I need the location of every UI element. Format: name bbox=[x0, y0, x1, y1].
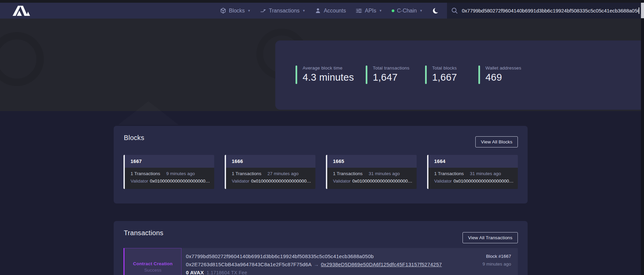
nav-label-accounts: Accounts bbox=[324, 8, 346, 14]
validator-label: Validator bbox=[232, 178, 249, 184]
validator-address-link[interactable]: 0x01000000000000000000000000000000000000… bbox=[150, 178, 211, 184]
hero-banner: Average block time 4.3 minutes Total tra… bbox=[0, 19, 641, 111]
validator-address-link[interactable]: 0x01000000000000000000000000000000000000… bbox=[251, 178, 312, 184]
stats-row: Average block time 4.3 minutes Total tra… bbox=[296, 65, 521, 84]
block-card-accent-bar bbox=[427, 155, 428, 189]
stat-value: 469 bbox=[485, 72, 521, 83]
block-number-link[interactable]: 1664 bbox=[434, 159, 445, 164]
page-scrollbar-thumb[interactable] bbox=[641, 3, 644, 18]
validator-label: Validator bbox=[333, 178, 351, 184]
stat-label: Total transactions bbox=[373, 65, 410, 71]
block-number-link[interactable]: 1666 bbox=[232, 159, 243, 164]
transaction-amount: 0 AVAX bbox=[186, 270, 204, 275]
stat-label: Average block time bbox=[303, 65, 354, 71]
transaction-details: 0x7799bd580272f9604140b6991d3bb6c19924bf… bbox=[181, 248, 442, 275]
blocks-grid: 1667 1 Transactions 9 minutes ago Valida… bbox=[123, 155, 518, 189]
search-input[interactable] bbox=[447, 3, 641, 19]
stat-value: 1,667 bbox=[432, 72, 457, 83]
search-bar bbox=[447, 3, 641, 19]
transaction-type-cell: Contract Creation Success bbox=[123, 248, 181, 275]
nav-item-transactions[interactable]: Transactions ▾ bbox=[260, 8, 305, 14]
swap-arrows-icon bbox=[260, 8, 266, 14]
transaction-age: 9 minutes ago bbox=[482, 262, 511, 267]
block-card: 1667 1 Transactions 9 minutes ago Valida… bbox=[123, 155, 214, 189]
nav-label-apis: APIs bbox=[365, 8, 376, 14]
block-card: 1665 1 Transactions 31 minutes ago Valid… bbox=[326, 155, 417, 189]
avalanche-logo[interactable] bbox=[12, 6, 31, 16]
dark-mode-moon-icon[interactable] bbox=[432, 7, 440, 15]
stat-value: 4.3 minutes bbox=[303, 72, 354, 83]
nav-item-blocks[interactable]: Blocks ▾ bbox=[220, 8, 250, 14]
stat-value: 1,647 bbox=[373, 72, 410, 83]
text-caret bbox=[639, 7, 639, 14]
block-age: 31 minutes ago bbox=[369, 171, 400, 176]
block-card: 1666 1 Transactions 27 minutes ago Valid… bbox=[225, 155, 315, 189]
block-tx-count: 1 Transactions bbox=[131, 171, 160, 176]
stats-panel: Average block time 4.3 minutes Total tra… bbox=[275, 40, 641, 110]
transactions-section: Transactions View All Transactions Contr… bbox=[114, 221, 528, 275]
transaction-block-link[interactable]: Block #1667 bbox=[482, 254, 511, 259]
stat-accent-bar bbox=[478, 65, 480, 84]
top-strip bbox=[0, 0, 644, 3]
decorative-circle bbox=[0, 32, 44, 86]
blocks-section: Blocks View All Blocks 1667 1 Transactio… bbox=[114, 126, 528, 203]
view-all-transactions-button[interactable]: View All Transactions bbox=[463, 232, 518, 243]
nav-label-chain: C-Chain bbox=[397, 8, 417, 14]
stat-accent-bar bbox=[425, 65, 427, 84]
chevron-down-icon: ▾ bbox=[420, 8, 422, 13]
validator-address-link[interactable]: 0x01000000000000000000000000000000000000… bbox=[453, 178, 514, 184]
transaction-row: Contract Creation Success 0x7799bd580272… bbox=[123, 248, 518, 275]
transaction-meta: Block #1667 9 minutes ago bbox=[482, 248, 518, 275]
cube-icon bbox=[220, 8, 226, 14]
view-all-blocks-button[interactable]: View All Blocks bbox=[475, 136, 518, 147]
search-icon bbox=[451, 7, 458, 15]
stat-label: Total blocks bbox=[432, 65, 457, 71]
stat-average-block-time: Average block time 4.3 minutes bbox=[296, 65, 366, 84]
block-age: 27 minutes ago bbox=[268, 171, 299, 176]
from-address-link[interactable]: 0x2E7263d815CbB43a9647843C8a1e2F5c87F75d… bbox=[186, 262, 312, 267]
nav-menu: Blocks ▾ Transactions ▾ Accounts APIs ▾ … bbox=[220, 3, 440, 19]
validator-label: Validator bbox=[434, 178, 452, 184]
transaction-fee: 1.1718604 TX Fee bbox=[206, 270, 247, 275]
stat-total-blocks: Total blocks 1,667 bbox=[425, 65, 478, 84]
block-tx-count: 1 Transactions bbox=[434, 171, 464, 176]
block-age: 31 minutes ago bbox=[470, 171, 501, 176]
stat-total-transactions: Total transactions 1,647 bbox=[366, 65, 425, 84]
arrow-right-icon: → bbox=[314, 262, 319, 267]
stat-label: Wallet addresses bbox=[485, 65, 521, 71]
person-icon bbox=[315, 8, 321, 14]
sliders-icon bbox=[356, 8, 362, 14]
block-number-link[interactable]: 1667 bbox=[131, 159, 142, 164]
nav-item-apis[interactable]: APIs ▾ bbox=[356, 8, 381, 14]
blocks-section-title: Blocks bbox=[124, 134, 144, 142]
chevron-down-icon: ▾ bbox=[248, 8, 250, 13]
block-tx-count: 1 Transactions bbox=[333, 171, 363, 176]
block-age: 9 minutes ago bbox=[166, 171, 195, 176]
nav-label-transactions: Transactions bbox=[269, 8, 300, 14]
block-tx-count: 1 Transactions bbox=[232, 171, 261, 176]
nav-item-accounts[interactable]: Accounts bbox=[315, 8, 346, 14]
to-address-link[interactable]: 0x2938eD5D869e50DA6f125dfc45F13157f52742… bbox=[321, 262, 442, 267]
block-card-accent-bar bbox=[123, 155, 125, 189]
block-card-accent-bar bbox=[225, 155, 226, 189]
transactions-section-title: Transactions bbox=[124, 229, 163, 237]
stat-wallet-addresses: Wallet addresses 469 bbox=[478, 65, 521, 84]
transaction-hash-link[interactable]: 0x7799bd580272f9604140b6991d3bb6c19924bf… bbox=[186, 253, 442, 259]
decorative-triangle bbox=[118, 101, 179, 125]
nav-label-blocks: Blocks bbox=[229, 8, 245, 14]
page-scrollbar-track bbox=[641, 0, 644, 275]
validator-address-link[interactable]: 0x01000000000000000000000000000000000000… bbox=[352, 178, 413, 184]
transaction-type: Contract Creation bbox=[133, 261, 172, 266]
validator-label: Validator bbox=[131, 178, 148, 184]
chain-status-dot bbox=[392, 9, 394, 12]
block-card-accent-bar bbox=[326, 155, 327, 189]
block-card: 1664 1 Transactions 31 minutes ago Valid… bbox=[427, 155, 518, 189]
nav-item-chain-selector[interactable]: C-Chain ▾ bbox=[392, 8, 422, 14]
chevron-down-icon: ▾ bbox=[380, 8, 382, 13]
block-number-link[interactable]: 1665 bbox=[333, 159, 344, 164]
stat-accent-bar bbox=[366, 65, 367, 84]
chevron-down-icon: ▾ bbox=[303, 8, 305, 13]
transaction-status-badge: Success bbox=[144, 268, 161, 273]
stat-accent-bar bbox=[296, 65, 297, 84]
